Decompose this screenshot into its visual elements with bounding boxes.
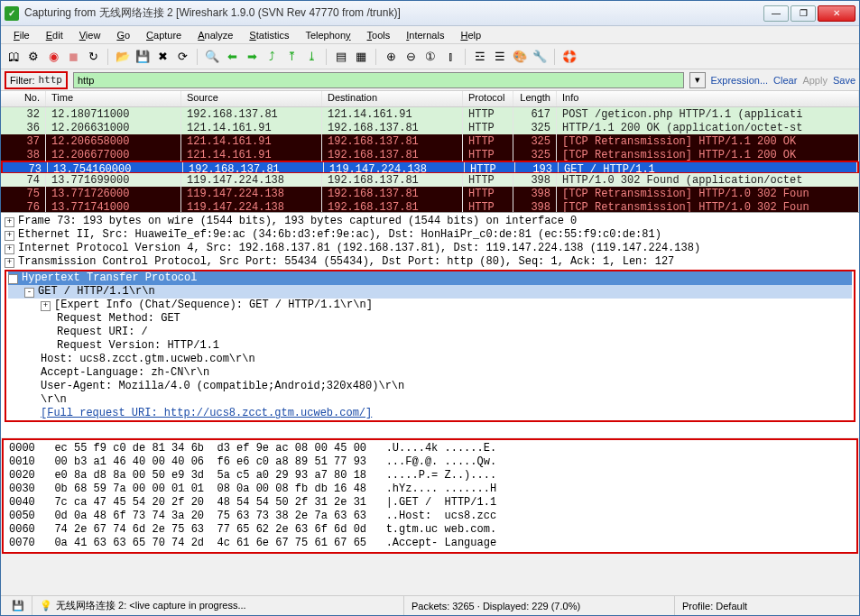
packet-list-body[interactable]: 3212.180711000192.168.137.81121.14.161.9…	[1, 107, 859, 212]
go-last-icon[interactable]: ⤓	[302, 48, 320, 66]
tree-accept-language[interactable]: Accept-Language: zh-CN\r\n	[8, 366, 852, 380]
col-info[interactable]: Info	[557, 91, 859, 106]
collapse-icon[interactable]: -	[8, 274, 18, 284]
expression-button[interactable]: Expression...	[711, 75, 769, 86]
tree-host[interactable]: Host: ucs8.zcct.gtm.ucweb.com\r\n	[8, 353, 852, 366]
cell-info: [TCP Retransmission] HTTP/1.1 200 OK	[557, 134, 859, 148]
interfaces-icon[interactable]: 🕮	[5, 48, 23, 66]
expand-icon[interactable]: +	[5, 244, 14, 254]
find-icon[interactable]: 🔍	[203, 48, 221, 66]
go-first-icon[interactable]: ⤒	[282, 48, 301, 66]
tree-get-line[interactable]: -GET / HTTP/1.1\r\n	[8, 285, 852, 299]
packet-row[interactable]: 7313.754160000192.168.137.81119.147.224.…	[1, 161, 859, 174]
col-no[interactable]: No.	[1, 91, 46, 106]
tree-ethernet[interactable]: +Ethernet II, Src: HuaweiTe_ef:9e:ac (34…	[5, 228, 855, 242]
menu-telephony[interactable]: Telephony	[298, 28, 357, 42]
tree-request-version[interactable]: Request Version: HTTP/1.1	[8, 339, 852, 353]
title-bar: ✓ Capturing from 无线网络连接 2 [Wireshark 1.9…	[1, 1, 859, 26]
packet-bytes-pane[interactable]: 0000 ec 55 f9 c0 de 81 34 6b d3 ef 9e ac…	[2, 438, 858, 554]
close-button[interactable]: ✕	[818, 5, 855, 22]
menu-help[interactable]: Help	[453, 28, 488, 42]
status-profile[interactable]: Profile: Default	[675, 596, 855, 615]
collapse-icon[interactable]: -	[24, 288, 34, 298]
filter-input[interactable]	[73, 72, 684, 88]
status-save-icon[interactable]: 💾	[5, 596, 32, 615]
cell-info: HTTP/1.0 302 Found (application/octet	[557, 173, 859, 187]
apply-button[interactable]: Apply	[802, 75, 828, 86]
zoom-reset-icon[interactable]: ①	[421, 48, 439, 66]
menu-go[interactable]: Go	[109, 28, 137, 42]
menu-statistics[interactable]: Statistics	[242, 28, 296, 42]
cell-time: 13.754160000	[48, 162, 183, 172]
menu-capture[interactable]: Capture	[139, 28, 189, 42]
packet-row[interactable]: 3612.206631000121.14.161.91192.168.137.8…	[1, 121, 859, 134]
display-filters-icon[interactable]: ☰	[491, 48, 509, 66]
open-file-icon[interactable]: 📂	[114, 48, 132, 66]
zoom-in-icon[interactable]: ⊕	[382, 48, 400, 66]
packet-row[interactable]: 3212.180711000192.168.137.81121.14.161.9…	[1, 107, 859, 121]
preferences-icon[interactable]: 🔧	[531, 48, 549, 66]
col-source[interactable]: Source	[181, 91, 322, 106]
expand-icon[interactable]: +	[5, 231, 14, 241]
menu-internals[interactable]: Internals	[399, 28, 451, 42]
col-destination[interactable]: Destination	[322, 91, 463, 106]
cell-dst: 192.168.137.81	[322, 134, 463, 148]
stop-capture-icon[interactable]: ◼	[64, 48, 82, 66]
options-icon[interactable]: ⚙	[24, 48, 42, 66]
packet-row[interactable]: 3812.206677000121.14.161.91192.168.137.8…	[1, 148, 859, 161]
cell-info: [TCP Retransmission] HTTP/1.0 302 Foun	[557, 187, 859, 200]
cell-proto: HTTP	[463, 187, 513, 200]
packet-row[interactable]: 3712.206658000121.14.161.91192.168.137.8…	[1, 134, 859, 148]
packet-row[interactable]: 7413.771699000119.147.224.138192.168.137…	[1, 173, 859, 187]
tree-full-request-uri[interactable]: [Full request URI: http://ucs8.zcct.gtm.…	[8, 407, 852, 420]
cell-src: 121.14.161.91	[181, 121, 322, 134]
close-file-icon[interactable]: ✖	[153, 48, 171, 66]
save-file-icon[interactable]: 💾	[134, 48, 152, 66]
tree-expert-info[interactable]: +[Expert Info (Chat/Sequence): GET / HTT…	[8, 299, 852, 312]
separator	[375, 49, 376, 65]
capture-filters-icon[interactable]: ☲	[471, 48, 489, 66]
menu-analyze[interactable]: Analyze	[190, 28, 240, 42]
col-time[interactable]: Time	[46, 91, 181, 106]
menu-edit[interactable]: Edit	[39, 28, 70, 42]
resize-columns-icon[interactable]: ⫿	[441, 48, 459, 66]
cell-no: 75	[1, 187, 46, 200]
tree-http[interactable]: -Hypertext Transfer Protocol	[8, 271, 852, 285]
coloring-rules-icon[interactable]: 🎨	[511, 48, 529, 66]
reload-icon[interactable]: ⟳	[173, 48, 191, 66]
auto-scroll-icon[interactable]: ▦	[352, 48, 370, 66]
packet-row[interactable]: 7613.771741000119.147.224.138192.168.137…	[1, 200, 859, 212]
expand-icon[interactable]: +	[5, 217, 14, 227]
menu-view[interactable]: View	[72, 28, 108, 42]
col-length[interactable]: Length	[513, 91, 557, 106]
packet-details-pane[interactable]: +Frame 73: 193 bytes on wire (1544 bits)…	[1, 212, 859, 437]
go-forward-icon[interactable]: ➡	[243, 48, 261, 66]
tree-user-agent[interactable]: User-Agent: Mozilla/4.0 (compatible;Andr…	[8, 380, 852, 393]
menu-tools[interactable]: Tools	[360, 28, 398, 42]
tree-tcp[interactable]: +Transmission Control Protocol, Src Port…	[5, 255, 855, 269]
packet-row[interactable]: 7513.771726000119.147.224.138192.168.137…	[1, 187, 859, 200]
expand-icon[interactable]: +	[41, 301, 51, 311]
go-to-packet-icon[interactable]: ⤴	[263, 48, 281, 66]
col-protocol[interactable]: Protocol	[463, 91, 513, 106]
maximize-button[interactable]: ❐	[791, 5, 816, 22]
start-capture-icon[interactable]: ◉	[44, 48, 62, 66]
go-back-icon[interactable]: ⬅	[223, 48, 241, 66]
minimize-button[interactable]: —	[763, 5, 789, 22]
tree-request-uri[interactable]: Request URI: /	[8, 326, 852, 339]
cell-time: 13.771741000	[46, 200, 181, 212]
save-button[interactable]: Save	[833, 75, 855, 86]
help-icon[interactable]: 🛟	[560, 48, 578, 66]
expand-icon[interactable]: +	[5, 258, 14, 268]
colorize-icon[interactable]: ▤	[332, 48, 350, 66]
tree-frame[interactable]: +Frame 73: 193 bytes on wire (1544 bits)…	[5, 215, 855, 228]
tree-ip[interactable]: +Internet Protocol Version 4, Src: 192.1…	[5, 242, 855, 255]
cell-no: 74	[1, 173, 46, 187]
filter-dropdown-button[interactable]: ▾	[689, 72, 706, 88]
tree-request-method[interactable]: Request Method: GET	[8, 312, 852, 326]
zoom-out-icon[interactable]: ⊖	[402, 48, 420, 66]
tree-crlf[interactable]: \r\n	[8, 393, 852, 407]
clear-button[interactable]: Clear	[773, 75, 797, 86]
restart-capture-icon[interactable]: ↻	[84, 48, 102, 66]
menu-file[interactable]: FFileile	[6, 28, 37, 42]
